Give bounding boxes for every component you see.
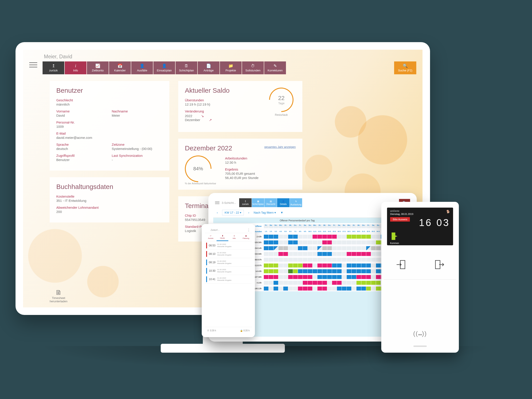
- menu-icon[interactable]: [215, 201, 219, 204]
- info-tab[interactable]: iInfo: [65, 61, 86, 74]
- toolbar: ↥zurück iInfo 📈Zeitkonto 📅Kalender 👤Ausf…: [43, 61, 416, 74]
- time-entry[interactable]: 10:4101.02.2022Manuelle Eingabe: [205, 275, 252, 283]
- nfc-icon: ●●: [413, 330, 427, 337]
- time-entry[interactable]: 06:5301.02.2022Manuelle Eingabe: [205, 241, 252, 250]
- phone-tab[interactable]: ▦Planung: [240, 233, 252, 241]
- clock-out-button[interactable]: [434, 259, 445, 271]
- saldo-card: Aktueller Saldo Überstunden12:19 h (12:1…: [178, 81, 302, 132]
- status-badge: Bitte Ausweis: [390, 217, 410, 222]
- corrections-tab[interactable]: ✎Korrekturen: [264, 61, 286, 74]
- topbar: Meier, David ↥zurück iInfo 📈Zeitkonto 📅K…: [23, 50, 423, 74]
- tablet-details[interactable]: 👤Details: [277, 198, 290, 207]
- door-icon: [390, 232, 399, 241]
- target-tab[interactable]: ⏱Sollstunden: [242, 61, 264, 74]
- requests-tab[interactable]: 📄Anträge: [198, 61, 219, 74]
- phone-tab[interactable]: ↩Zurück: [205, 233, 216, 241]
- vacation-gauge: 22Tage: [264, 83, 298, 117]
- tablet-shift[interactable]: ▦Schichtplan: [252, 198, 264, 207]
- time-terminal: winDente Dienstag, 08.01.2019 🐕 Bitte Au…: [381, 202, 459, 353]
- search-button[interactable]: 🔍Suche (F2): [394, 61, 416, 74]
- month-card: gesamtes Jahr anzeigen Dezember 2022 84%…: [178, 139, 302, 190]
- user-card: Benutzer Geschlechtmännlich VornameDavid…: [50, 81, 169, 171]
- timeaccount-tab[interactable]: 📈Zeitkonto: [87, 61, 109, 74]
- menu-icon[interactable]: [29, 61, 37, 69]
- break-time: 🔒 0:20 h: [240, 329, 250, 332]
- phone-tab[interactable]: ℹInfo: [228, 233, 240, 241]
- time-entry[interactable]: 08:1001.02.2022Manuelle Eingabe: [205, 250, 252, 258]
- terminal-display: winDente Dienstag, 08.01.2019 🐕 Bitte Au…: [387, 208, 453, 245]
- dog-icon: 🐕: [446, 210, 450, 213]
- page-title: Meier, David: [44, 54, 416, 60]
- deployment-tab[interactable]: 👤Einsatzplan: [153, 61, 175, 74]
- absences-tab[interactable]: 👤Ausfälle: [131, 61, 153, 74]
- card-title: Benutzer: [56, 87, 163, 94]
- download-timesheet[interactable]: 🗎 Timesheet herunterladen: [50, 289, 67, 303]
- time-entry[interactable]: 10:3001.02.2022Manuelle Eingabe: [205, 267, 252, 275]
- shift-tab[interactable]: 🗓Schichtplan: [176, 61, 197, 74]
- projects-tab[interactable]: 📁Projekte: [220, 61, 242, 74]
- tablet-title: 3-Schicht...: [222, 201, 236, 205]
- document-icon: 🗎: [50, 289, 67, 296]
- filter-icon[interactable]: ▼: [280, 211, 283, 214]
- worked-time: ⏱ 3:28 h: [207, 329, 216, 332]
- more-icon[interactable]: ⋮: [247, 228, 250, 232]
- tablet-overview[interactable]: ▤Übersicht: [265, 198, 277, 207]
- day-filter[interactable]: Nach Tag filtern ▾: [253, 211, 276, 214]
- clock-in-button[interactable]: [395, 259, 406, 271]
- phone-tab[interactable]: ▮Heute: [216, 233, 228, 241]
- time-entry[interactable]: 08:1901.02.2022Manuelle Eingabe: [205, 258, 252, 267]
- week-select[interactable]: KW 17 - 22 ▾: [222, 210, 244, 215]
- tablet-eval[interactable]: ％Auslastung: [290, 198, 302, 207]
- calendar-tab[interactable]: 📅Kalender: [109, 61, 131, 74]
- accounting-card: Buchhaltungsdaten Kostenstelle351 - IT E…: [50, 177, 169, 222]
- back-button[interactable]: ↥zurück: [43, 61, 64, 74]
- phone: Zeiterf... ⋮ ↩Zurück▮HeuteℹInfo▦Planung …: [202, 224, 255, 337]
- tablet-back[interactable]: ↥zurück: [239, 198, 252, 207]
